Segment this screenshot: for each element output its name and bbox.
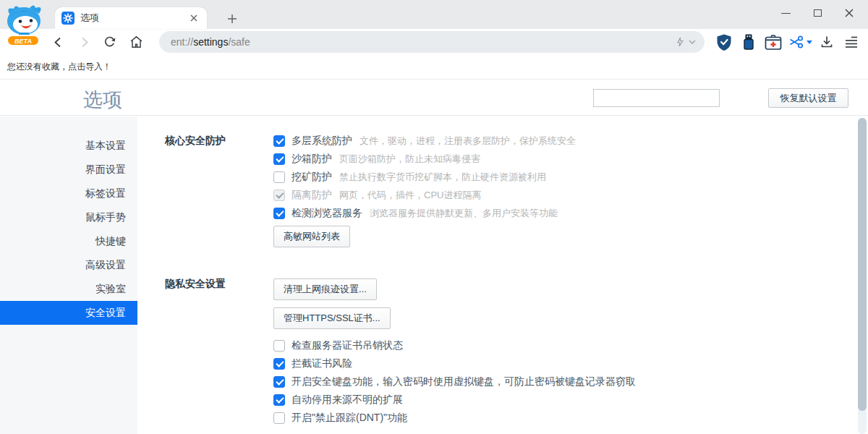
settings-search-input[interactable] bbox=[602, 93, 729, 103]
checkbox-row[interactable]: 自动停用来源不明的扩展 bbox=[273, 391, 854, 409]
close-button[interactable] bbox=[833, 3, 865, 23]
toolbar-extensions bbox=[712, 31, 864, 53]
download-icon bbox=[820, 35, 834, 49]
checkbox-row[interactable]: 隔离防护网页，代码，插件，CPU进程隔离 bbox=[273, 186, 854, 204]
first-aid-kit-icon bbox=[765, 34, 782, 51]
sidebar-item[interactable]: 快捷键 bbox=[0, 229, 137, 253]
reload-button[interactable] bbox=[100, 32, 120, 52]
checkbox-row[interactable]: 开启安全键盘功能，输入密码时使用虚拟键盘，可防止密码被键盘记录器窃取 bbox=[273, 373, 854, 391]
new-tab-button[interactable] bbox=[226, 12, 239, 25]
sidebar-item[interactable]: 标签设置 bbox=[0, 182, 137, 205]
section-heading: 核心安全防护 bbox=[165, 132, 273, 255]
settings-section: 隐私安全设置清理上网痕迹设置...管理HTTPS/SSL证书...检查服务器证书… bbox=[165, 275, 854, 427]
settings-content: 核心安全防护多层系统防护文件，驱动，进程，注册表多层防护，保护系统安全沙箱防护页… bbox=[137, 116, 854, 434]
forward-button[interactable] bbox=[74, 32, 94, 52]
sidebar-item[interactable]: 界面设置 bbox=[0, 158, 137, 182]
usb-drive-icon bbox=[743, 33, 754, 51]
security-shield-button[interactable] bbox=[712, 31, 736, 53]
checkbox-unchecked[interactable] bbox=[273, 171, 285, 183]
checkbox-row[interactable]: 检查服务器证书吊销状态 bbox=[273, 336, 854, 354]
back-button[interactable] bbox=[48, 32, 68, 52]
first-aid-kit-button[interactable] bbox=[761, 31, 786, 53]
sidebar-item[interactable]: 基本设置 bbox=[0, 134, 137, 158]
mascot-icon: BETA bbox=[1, 3, 48, 46]
checkbox-checked[interactable] bbox=[273, 135, 285, 147]
usb-drive-button[interactable] bbox=[736, 31, 761, 53]
checkbox-row[interactable]: 沙箱防护页面沙箱防护，防止未知病毒侵害 bbox=[273, 150, 854, 168]
shield-check-icon bbox=[716, 33, 732, 51]
checkbox-checked[interactable] bbox=[273, 208, 285, 219]
checkbox-label: 自动停用来源不明的扩展 bbox=[292, 393, 403, 407]
checkbox-unchecked[interactable] bbox=[273, 340, 285, 352]
settings-action-button[interactable]: 管理HTTPS/SSL证书... bbox=[273, 307, 391, 329]
reload-icon bbox=[103, 35, 116, 48]
tab-strip: BETA 选项 bbox=[0, 0, 868, 29]
settings-page-header: 选项 恢复默认设置 bbox=[0, 80, 868, 116]
checkbox-row[interactable]: 多层系统防护文件，驱动，进程，注册表多层防护，保护系统安全 bbox=[273, 132, 854, 150]
checkbox-label: 开启安全键盘功能，输入密码时使用虚拟键盘，可防止密码被键盘记录器窃取 bbox=[292, 375, 636, 388]
scrollbar-thumb[interactable] bbox=[858, 118, 867, 411]
sidebar-item-active[interactable]: 安全设置 bbox=[0, 301, 137, 325]
bookmarks-bar: 您还没有收藏，点击导入！ bbox=[0, 55, 868, 80]
checkbox-row[interactable]: 挖矿防护禁止执行数字货币挖矿脚本，防止硬件资源被利用 bbox=[273, 168, 854, 186]
restore-defaults-button[interactable]: 恢复默认设置 bbox=[768, 88, 848, 108]
checkbox-checked-disabled bbox=[273, 190, 285, 201]
section-heading: 隐私安全设置 bbox=[165, 275, 273, 427]
checkbox-label: 挖矿防护 bbox=[292, 171, 332, 184]
settings-action-button[interactable]: 清理上网痕迹设置... bbox=[273, 278, 377, 300]
checkbox-checked[interactable] bbox=[273, 376, 285, 388]
checkbox-label: 沙箱防护 bbox=[292, 153, 332, 166]
menu-button[interactable] bbox=[839, 31, 864, 53]
checkbox-description: 文件，驱动，进程，注册表多层防护，保护系统安全 bbox=[359, 135, 576, 148]
sidebar-item[interactable]: 实验室 bbox=[0, 277, 137, 301]
checkbox-checked[interactable] bbox=[273, 394, 285, 406]
address-bar[interactable]: ent://settings/safe bbox=[159, 31, 705, 53]
checkbox-row[interactable]: 检测浏览器服务浏览器服务提供静默更新、多用户安装等功能 bbox=[273, 204, 854, 222]
sidebar-item[interactable]: 高级设置 bbox=[0, 253, 137, 277]
settings-gear-icon bbox=[61, 12, 75, 25]
back-icon bbox=[52, 36, 64, 48]
download-button[interactable] bbox=[814, 31, 839, 53]
sidebar: 基本设置界面设置标签设置鼠标手势快捷键高级设置实验室安全设置 bbox=[0, 116, 137, 434]
sidebar-item[interactable]: 鼠标手势 bbox=[0, 205, 137, 229]
tab-close-icon[interactable] bbox=[187, 12, 200, 25]
checkbox-row[interactable]: 开启"禁止跟踪(DNT)"功能 bbox=[273, 409, 854, 427]
scissors-icon bbox=[788, 35, 804, 49]
checkbox-description: 页面沙箱防护，防止未知病毒侵害 bbox=[339, 153, 480, 166]
minimize-icon bbox=[781, 13, 791, 14]
checkbox-checked[interactable] bbox=[273, 153, 285, 165]
dropdown-caret-icon bbox=[807, 41, 812, 44]
browser-window: BETA 选项 bbox=[0, 0, 868, 434]
checkbox-checked[interactable] bbox=[273, 358, 285, 370]
home-button[interactable] bbox=[126, 32, 146, 52]
checkbox-label: 拦截证书风险 bbox=[292, 357, 352, 370]
checkbox-label: 多层系统防护 bbox=[292, 135, 352, 148]
scrollbar-track[interactable] bbox=[858, 118, 867, 434]
checkbox-label: 开启"禁止跟踪(DNT)"功能 bbox=[292, 412, 407, 425]
checkbox-label: 检查服务器证书吊销状态 bbox=[292, 339, 403, 352]
flash-icon[interactable] bbox=[676, 37, 684, 47]
screenshot-scissors-button[interactable] bbox=[786, 31, 814, 53]
close-icon bbox=[845, 9, 854, 17]
maximize-icon bbox=[814, 9, 822, 17]
home-icon bbox=[129, 35, 143, 48]
browser-mascot-logo[interactable]: BETA bbox=[1, 3, 48, 49]
maximize-button[interactable] bbox=[801, 3, 833, 23]
page-title: 选项 bbox=[83, 87, 122, 113]
settings-action-button[interactable]: 高敏网站列表 bbox=[273, 226, 350, 247]
tab-options[interactable]: 选项 bbox=[55, 7, 207, 29]
chevron-down-icon[interactable] bbox=[689, 40, 696, 44]
settings-section: 核心安全防护多层系统防护文件，驱动，进程，注册表多层防护，保护系统安全沙箱防护页… bbox=[165, 132, 854, 255]
reading-list-icon bbox=[844, 35, 859, 49]
bookmarks-import-hint[interactable]: 您还没有收藏，点击导入！ bbox=[7, 61, 111, 73]
svg-text:BETA: BETA bbox=[14, 38, 32, 45]
minimize-button[interactable] bbox=[770, 3, 801, 23]
checkbox-description: 禁止执行数字货币挖矿脚本，防止硬件资源被利用 bbox=[339, 171, 546, 184]
url-text: ent://settings/safe bbox=[171, 36, 676, 48]
checkbox-unchecked[interactable] bbox=[273, 412, 285, 424]
checkbox-label: 隔离防护 bbox=[292, 189, 332, 202]
checkbox-row[interactable]: 拦截证书风险 bbox=[273, 354, 854, 373]
settings-search-box[interactable] bbox=[593, 89, 720, 107]
navigation-toolbar: ent://settings/safe bbox=[0, 29, 868, 55]
tab-title: 选项 bbox=[80, 12, 187, 25]
